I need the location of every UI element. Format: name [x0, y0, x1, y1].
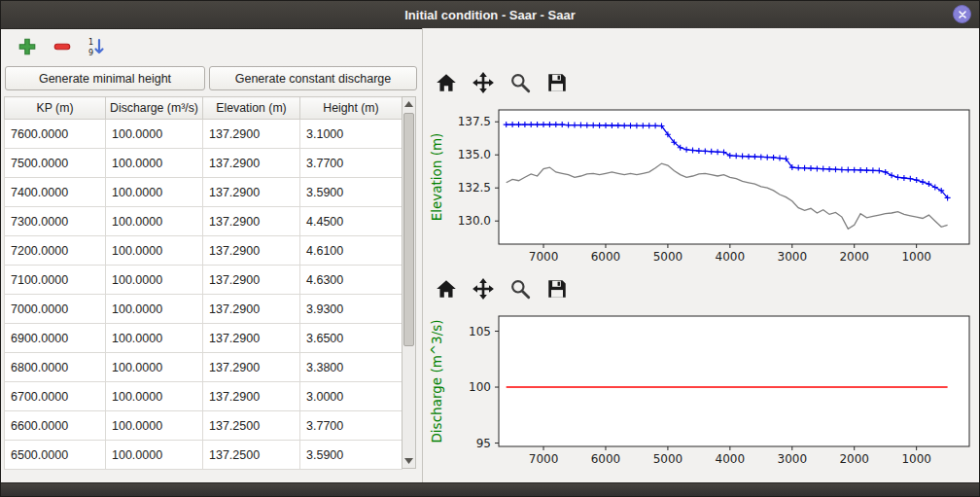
table-cell[interactable]: 137.2900 [203, 178, 300, 207]
table-cell[interactable]: 7100.0000 [5, 266, 106, 295]
table-row[interactable]: 6600.0000100.0000137.25003.7700 [5, 411, 402, 441]
remove-row-button[interactable] [50, 33, 77, 60]
scrollbar-thumb[interactable] [403, 113, 414, 346]
table-cell[interactable]: 137.2900 [203, 207, 300, 236]
elevation-pan-button[interactable] [470, 69, 499, 96]
titlebar[interactable]: Initial condition - Saar - Saar [1, 1, 979, 29]
scrollbar-down-arrow[interactable] [402, 454, 415, 468]
table-row[interactable]: 7000.0000100.0000137.29003.9300 [5, 295, 402, 324]
generate-constant-discharge-button[interactable]: Generate constant discharge [209, 66, 417, 90]
svg-text:7000: 7000 [529, 452, 559, 466]
triangle-down-icon [404, 458, 413, 464]
table-cell[interactable]: 6800.0000 [5, 353, 106, 382]
table-cell[interactable]: 137.2900 [203, 120, 300, 149]
sort-1-9-icon: 1 9 [87, 37, 106, 56]
table-cell[interactable]: 7500.0000 [5, 149, 106, 178]
scrollbar-up-arrow[interactable] [402, 97, 415, 111]
table-cell[interactable]: 3.9300 [300, 295, 402, 324]
table-cell[interactable]: 7600.0000 [5, 120, 106, 149]
table-cell[interactable]: 4.6300 [300, 266, 402, 295]
table-row[interactable]: 7100.0000100.0000137.29004.6300 [5, 266, 402, 295]
table-row[interactable]: 6500.0000100.0000137.25003.5900 [5, 441, 402, 470]
table-cell[interactable]: 100.0000 [106, 178, 203, 207]
column-header-elevation[interactable]: Elevation (m) [203, 97, 300, 120]
table-row[interactable]: 6800.0000100.0000137.29003.3800 [5, 353, 402, 382]
elevation-save-button[interactable] [543, 69, 573, 96]
table-cell[interactable]: 137.2900 [203, 324, 300, 353]
close-button[interactable] [953, 5, 971, 23]
table-cell[interactable]: 7200.0000 [5, 236, 106, 266]
discharge-home-button[interactable] [433, 275, 462, 302]
table-cell[interactable]: 100.0000 [106, 295, 203, 324]
table-cell[interactable]: 7000.0000 [5, 295, 106, 324]
table-vertical-scrollbar[interactable] [402, 96, 416, 469]
table-cell[interactable]: 4.4500 [300, 207, 402, 236]
table-cell[interactable]: 100.0000 [106, 207, 203, 236]
table-cell[interactable]: 6600.0000 [5, 411, 106, 441]
table-cell[interactable]: 137.2900 [203, 149, 300, 178]
table-cell[interactable]: 7400.0000 [5, 178, 106, 207]
table-cell[interactable]: 137.2900 [203, 353, 300, 382]
table-cell[interactable]: 7300.0000 [5, 207, 106, 236]
table-cell[interactable]: 3.5900 [300, 178, 402, 207]
table-cell[interactable]: 3.7700 [300, 411, 402, 441]
generate-minimal-height-button[interactable]: Generate minimal height [5, 66, 205, 90]
svg-text:130.0: 130.0 [458, 214, 491, 228]
svg-text:2000: 2000 [839, 250, 869, 264]
elevation-home-button[interactable] [433, 69, 462, 96]
add-row-button[interactable] [15, 33, 42, 60]
discharge-zoom-button[interactable] [507, 275, 536, 302]
svg-text:105: 105 [469, 325, 491, 338]
column-header-discharge[interactable]: Discharge (m³/s) [106, 97, 203, 120]
table-row[interactable]: 6900.0000100.0000137.29003.6500 [5, 324, 402, 353]
elevation-zoom-button[interactable] [507, 69, 536, 96]
table-cell[interactable]: 3.1000 [300, 120, 402, 149]
table-cell[interactable]: 100.0000 [106, 441, 203, 470]
table-cell[interactable]: 137.2900 [203, 266, 300, 295]
table-cell[interactable]: 137.2900 [203, 236, 300, 266]
table-cell[interactable]: 4.6100 [300, 236, 402, 266]
table-cell[interactable]: 3.0000 [300, 382, 402, 411]
table-row[interactable]: 7300.0000100.0000137.29004.4500 [5, 207, 402, 236]
elevation-chart-canvas[interactable]: 7000600050004000300020001000130.0132.513… [425, 100, 977, 273]
table-cell[interactable]: 6500.0000 [5, 441, 106, 470]
table-cell[interactable]: 100.0000 [106, 353, 203, 382]
table-cell[interactable]: 3.6500 [300, 324, 402, 353]
table-cell[interactable]: 100.0000 [106, 411, 203, 441]
table-cell[interactable]: 6900.0000 [5, 324, 106, 353]
discharge-save-button[interactable] [543, 275, 573, 302]
svg-text:4000: 4000 [716, 452, 746, 466]
table-cell[interactable]: 137.2500 [203, 441, 300, 470]
table-cell[interactable]: 100.0000 [106, 149, 203, 178]
table-row[interactable]: 7500.0000100.0000137.29003.7700 [5, 149, 402, 178]
table-cell[interactable]: 137.2500 [203, 411, 300, 441]
discharge-chart-canvas[interactable]: 700060005000400030002000100095100105Disc… [425, 306, 977, 476]
column-header-height[interactable]: Height (m) [300, 97, 402, 120]
table-row[interactable]: 6700.0000100.0000137.29003.0000 [5, 382, 402, 411]
table-row[interactable]: 7400.0000100.0000137.29003.5900 [5, 178, 402, 207]
table-cell[interactable]: 137.2900 [203, 382, 300, 411]
discharge-pan-button[interactable] [470, 275, 499, 302]
table-cell[interactable]: 100.0000 [106, 266, 203, 295]
svg-text:5000: 5000 [653, 452, 683, 466]
table-cell[interactable]: 3.5900 [300, 441, 402, 470]
svg-text:1000: 1000 [901, 250, 931, 264]
svg-text:3000: 3000 [778, 250, 808, 264]
close-icon [958, 10, 967, 19]
table-cell[interactable]: 6700.0000 [5, 382, 106, 411]
table-header: KP (m) Discharge (m³/s) Elevation (m) He… [5, 97, 402, 120]
table-row[interactable]: 7200.0000100.0000137.29004.6100 [5, 236, 402, 266]
table-row[interactable]: 7600.0000100.0000137.29003.1000 [5, 120, 402, 149]
y-axis-label: Discharge (m^3/s) [429, 319, 444, 443]
sort-rows-button[interactable]: 1 9 [84, 33, 111, 60]
window: { "window": { "title": "Initial conditio… [0, 0, 980, 497]
column-header-kp[interactable]: KP (m) [5, 97, 106, 120]
table-cell[interactable]: 100.0000 [106, 120, 203, 149]
table-cell[interactable]: 3.7700 [300, 149, 402, 178]
table-cell[interactable]: 137.2900 [203, 295, 300, 324]
table-cell[interactable]: 3.3800 [300, 353, 402, 382]
table-cell[interactable]: 100.0000 [106, 382, 203, 411]
table-cell[interactable]: 100.0000 [106, 236, 203, 266]
main-toolbar: 1 9 [1, 28, 421, 63]
table-cell[interactable]: 100.0000 [106, 324, 203, 353]
